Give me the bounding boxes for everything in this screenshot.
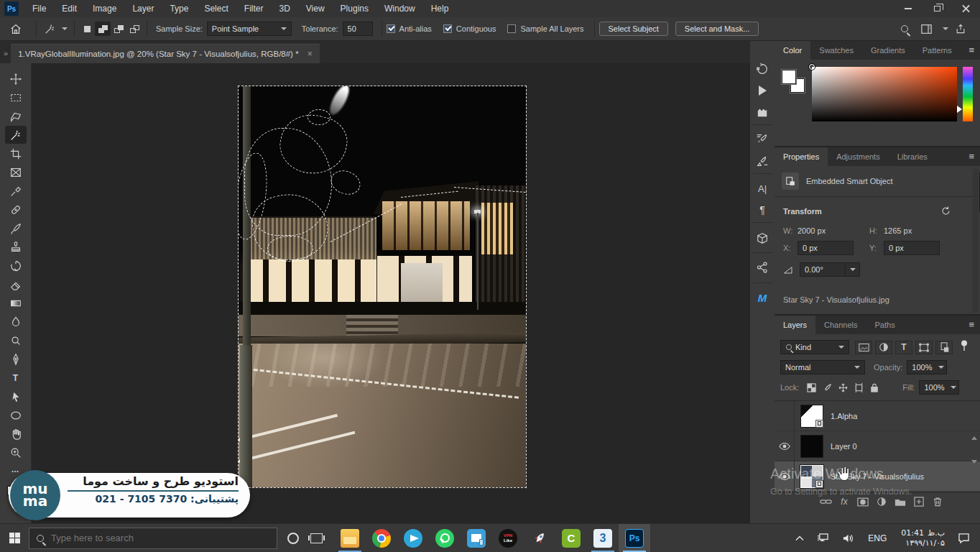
dodge-tool[interactable] bbox=[5, 331, 27, 349]
tab-libraries[interactable]: Libraries bbox=[889, 147, 936, 166]
add-layer-mask-button[interactable] bbox=[854, 497, 872, 507]
start-button[interactable] bbox=[0, 524, 29, 552]
menu-layer[interactable]: Layer bbox=[124, 0, 162, 17]
move-tool[interactable] bbox=[5, 70, 27, 88]
3d-panel-button[interactable] bbox=[750, 229, 775, 248]
clone-stamp-tool[interactable] bbox=[5, 238, 27, 256]
tab-properties[interactable]: Properties bbox=[775, 147, 828, 166]
task-view-button[interactable] bbox=[310, 533, 323, 543]
home-button[interactable] bbox=[0, 19, 32, 38]
taskbar-rocket-app[interactable] bbox=[524, 524, 555, 552]
filter-type-layers-button[interactable]: T bbox=[895, 341, 912, 354]
filter-adjustment-layers-button[interactable] bbox=[875, 341, 892, 354]
pen-tool[interactable] bbox=[5, 350, 27, 368]
taskbar-photoshop[interactable]: Ps bbox=[619, 524, 650, 552]
m-plugin-panel-button[interactable]: M bbox=[750, 288, 775, 307]
actions-panel-button[interactable] bbox=[750, 81, 775, 100]
taskbar-search[interactable] bbox=[29, 528, 277, 549]
tab-paths[interactable]: Paths bbox=[866, 316, 904, 334]
hue-slider[interactable] bbox=[963, 67, 973, 121]
search-button[interactable] bbox=[894, 19, 915, 38]
lock-position-button[interactable] bbox=[836, 382, 849, 393]
lock-artboard-button[interactable] bbox=[852, 382, 865, 393]
tolerance-input[interactable]: 50 bbox=[343, 22, 373, 36]
language-indicator[interactable]: ENG bbox=[868, 533, 887, 543]
select-and-mask-button[interactable]: Select and Mask... bbox=[675, 22, 759, 36]
new-group-button[interactable] bbox=[891, 497, 910, 507]
document-tab[interactable]: 1.VRayGlobalIllumination.jpg @ 20% (Star… bbox=[11, 44, 320, 63]
lasso-tool[interactable] bbox=[5, 107, 27, 125]
share-3d-panel-button[interactable] bbox=[750, 258, 775, 277]
menu-edit[interactable]: Edit bbox=[54, 0, 85, 17]
layer-row-1-alpha[interactable]: 1.Alpha bbox=[775, 401, 980, 431]
taskbar-camtasia[interactable]: C bbox=[555, 524, 587, 552]
menu-image[interactable]: Image bbox=[85, 0, 124, 17]
libraries-panel-button[interactable] bbox=[750, 103, 775, 121]
tool-preset-button[interactable] bbox=[41, 19, 70, 38]
taskbar-telegram[interactable] bbox=[397, 524, 429, 552]
eraser-tool[interactable] bbox=[5, 275, 27, 293]
visibility-toggle[interactable] bbox=[775, 431, 795, 461]
path-select-tool[interactable] bbox=[5, 387, 27, 405]
menu-filter[interactable]: Filter bbox=[236, 0, 272, 17]
layer-thumbnail[interactable] bbox=[800, 405, 823, 428]
menu-select[interactable]: Select bbox=[196, 0, 236, 17]
tab-channels[interactable]: Channels bbox=[815, 316, 866, 334]
type-tool[interactable]: T bbox=[5, 369, 27, 387]
tab-adjustments[interactable]: Adjustments bbox=[828, 147, 889, 166]
taskbar-chrome[interactable] bbox=[366, 524, 397, 552]
opacity-dropdown[interactable]: 100% bbox=[907, 360, 947, 374]
restore-button[interactable] bbox=[923, 0, 951, 17]
filter-toggle-pin[interactable] bbox=[960, 340, 969, 354]
taskbar-vpn-app[interactable]: VPN Like bbox=[492, 524, 524, 552]
volume-icon[interactable] bbox=[842, 533, 854, 543]
character-panel-button[interactable]: A| bbox=[750, 179, 775, 198]
action-center-button[interactable] bbox=[958, 533, 970, 543]
new-layer-button[interactable] bbox=[910, 497, 928, 507]
anti-alias-checkbox[interactable]: Anti-alias bbox=[387, 24, 432, 33]
layer-row-star-sky[interactable]: Star Sky 7 - Visualsofjulius bbox=[775, 461, 980, 492]
gradient-tool[interactable] bbox=[5, 294, 27, 312]
subtract-selection-button[interactable] bbox=[111, 22, 126, 36]
tab-gradients[interactable]: Gradients bbox=[862, 41, 914, 60]
saturation-brightness-field[interactable] bbox=[812, 67, 957, 121]
menu-3d[interactable]: 3D bbox=[271, 0, 297, 17]
scroll-up-icon[interactable] bbox=[971, 436, 977, 440]
visibility-toggle[interactable] bbox=[775, 401, 795, 431]
rotation-input[interactable]: 0.00° bbox=[800, 262, 846, 277]
panel-menu-icon[interactable]: ≡ bbox=[969, 45, 974, 55]
link-layers-button[interactable] bbox=[816, 497, 835, 506]
properties-scrollbar[interactable] bbox=[973, 169, 979, 313]
workspace-switcher-button[interactable] bbox=[915, 19, 937, 38]
taskbar-3ds-max[interactable]: 3 bbox=[587, 524, 619, 552]
brush-tool[interactable] bbox=[5, 219, 27, 237]
minimize-button[interactable] bbox=[894, 0, 923, 17]
sample-all-layers-checkbox[interactable]: Sample All Layers bbox=[507, 24, 583, 33]
lock-transparency-button[interactable] bbox=[805, 382, 818, 393]
rotation-dropdown[interactable] bbox=[846, 262, 860, 277]
add-to-selection-button[interactable] bbox=[95, 22, 111, 36]
new-selection-button[interactable] bbox=[79, 22, 95, 36]
tab-swatches[interactable]: Swatches bbox=[810, 41, 862, 60]
visibility-toggle[interactable] bbox=[775, 461, 795, 492]
marquee-tool[interactable] bbox=[5, 88, 27, 106]
layers-scrollbar[interactable] bbox=[971, 436, 977, 464]
tray-clock[interactable]: 01:41 ب.ظ ۱۳۹۹/۱۱/۰۵ bbox=[901, 528, 945, 548]
search-input[interactable] bbox=[51, 533, 238, 543]
tab-patterns[interactable]: Patterns bbox=[914, 41, 961, 60]
new-adjustment-layer-button[interactable] bbox=[872, 497, 891, 507]
y-input[interactable]: 0 px bbox=[884, 241, 940, 255]
zoom-tool[interactable] bbox=[5, 443, 27, 461]
canvas-workspace[interactable] bbox=[32, 63, 750, 523]
filter-pixel-layers-button[interactable] bbox=[855, 341, 872, 354]
menu-view[interactable]: View bbox=[298, 0, 333, 17]
taskbar-whatsapp[interactable] bbox=[429, 524, 461, 552]
panel-menu-icon[interactable]: ≡ bbox=[969, 151, 974, 162]
lock-all-button[interactable] bbox=[868, 382, 881, 393]
color-swatches[interactable] bbox=[782, 70, 806, 94]
scroll-down-icon[interactable] bbox=[971, 460, 977, 464]
eyedropper-tool[interactable] bbox=[5, 182, 27, 200]
network-icon[interactable] bbox=[817, 533, 829, 543]
menu-help[interactable]: Help bbox=[423, 0, 457, 17]
blur-tool[interactable] bbox=[5, 313, 27, 331]
